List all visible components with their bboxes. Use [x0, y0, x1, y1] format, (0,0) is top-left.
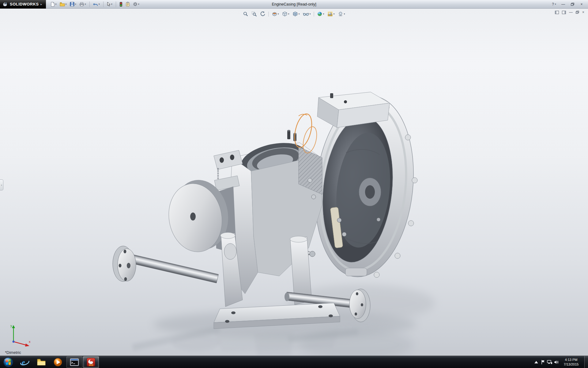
dropdown-caret-icon[interactable]: ▾ — [85, 3, 86, 6]
folder-icon — [37, 358, 46, 366]
doc-minimize-button[interactable]: — — [569, 10, 573, 14]
apply-scene-button[interactable]: ▾ — [326, 10, 336, 17]
new-window-button[interactable] — [562, 10, 566, 14]
show-desktop-button[interactable] — [584, 356, 588, 368]
file-properties-icon — [126, 2, 130, 6]
volume-speaker-icon — [554, 360, 559, 365]
model-canvas[interactable] — [0, 9, 588, 356]
zoom-to-fit-icon — [243, 11, 248, 17]
y-axis-label: y — [10, 324, 12, 328]
restore-icon — [571, 3, 574, 6]
view-settings-button[interactable]: ▾ — [337, 10, 346, 17]
section-view-icon — [272, 11, 277, 17]
print-button[interactable]: ▾ — [78, 1, 87, 8]
dropdown-caret-icon[interactable]: ▾ — [288, 13, 289, 15]
view-orientation-cube-icon — [282, 11, 287, 17]
rebuild-button[interactable] — [118, 1, 124, 8]
taskbar-windows-explorer[interactable] — [33, 356, 49, 368]
hidden-icons-arrow-icon — [534, 361, 538, 363]
taskbar-internet-explorer[interactable]: e — [17, 356, 33, 368]
dropdown-caret-icon[interactable]: ▾ — [55, 3, 57, 6]
zoom-to-area-button[interactable] — [250, 10, 258, 17]
x-axis-label: x — [29, 340, 31, 343]
taskbar-command-prompt[interactable] — [66, 356, 82, 368]
select-button[interactable]: ▾ — [106, 1, 114, 8]
start-button[interactable] — [0, 356, 17, 368]
zoom-to-fit-button[interactable] — [242, 10, 249, 17]
hidden-icons-button[interactable] — [533, 356, 540, 368]
view-orientation-button[interactable]: ▾ — [281, 10, 290, 17]
view-orientation-label: *Dimetric — [5, 350, 21, 355]
options-button[interactable]: ▾ — [132, 1, 141, 8]
dropdown-caret-icon[interactable]: ▾ — [309, 13, 311, 15]
solidworks-logo[interactable]: SOLIDWORKS ▸ — [0, 0, 46, 9]
tray-date: 7/13/2015 — [561, 362, 581, 366]
undo-arrow-icon — [93, 2, 98, 6]
task-pane-handle[interactable]: ‹ — [0, 179, 3, 190]
rebuild-traffic-icon — [119, 2, 123, 7]
mount-rod-left[interactable] — [113, 246, 218, 283]
open-button[interactable]: ▾ — [58, 1, 68, 8]
headsup-view-toolbar: ▾ ▾ ▾ ▾ ▾ — [242, 10, 346, 17]
hide-show-items-button[interactable]: ▾ — [302, 11, 312, 17]
panel-right-icon — [562, 11, 566, 14]
previous-view-button[interactable] — [259, 10, 266, 17]
properties-panel-button[interactable] — [555, 10, 559, 14]
toolbar-separator — [89, 2, 90, 7]
tray-clock[interactable]: 4:13 PM 7/13/2015 — [560, 358, 582, 366]
dropdown-caret-icon[interactable]: ▾ — [111, 3, 112, 6]
taskbar-media-player[interactable] — [50, 356, 66, 368]
document-window-controls: — × — [555, 10, 584, 14]
file-properties-button[interactable] — [124, 1, 131, 8]
zoom-to-area-icon — [251, 11, 257, 17]
dropdown-caret-icon[interactable]: ▾ — [334, 13, 335, 15]
options-gear-icon — [133, 2, 138, 6]
dropdown-caret-icon[interactable]: ▾ — [75, 3, 76, 6]
panel-left-icon — [555, 11, 559, 14]
doc-restore-button[interactable] — [576, 10, 579, 14]
tray-time: 4:13 PM — [561, 358, 581, 362]
close-button[interactable]: × — [577, 1, 586, 7]
dropdown-caret-icon[interactable]: ▾ — [323, 13, 324, 15]
dropdown-caret-icon: ▾ — [555, 3, 556, 6]
action-center-flag-icon — [541, 360, 545, 365]
display-style-button[interactable]: ▾ — [291, 10, 301, 17]
taskbar-solidworks[interactable]: 2015 — [83, 356, 99, 368]
toolbar-separator — [116, 2, 116, 7]
minimize-button[interactable]: — — [559, 1, 568, 7]
doc-close-button[interactable]: × — [582, 10, 584, 14]
dropdown-caret-icon[interactable]: ▾ — [99, 3, 100, 6]
graphics-viewport[interactable]: ▾ ▾ ▾ ▾ ▾ — [0, 9, 588, 356]
glasses-icon — [303, 12, 309, 16]
windows-start-orb-icon — [3, 357, 13, 367]
new-document-icon — [50, 2, 55, 7]
action-center-button[interactable] — [540, 356, 546, 368]
section-view-button[interactable]: ▾ — [270, 10, 280, 17]
brand-expand-icon[interactable]: ▸ — [41, 3, 42, 6]
edit-appearance-button[interactable]: ▾ — [316, 10, 326, 17]
toolbar-separator — [103, 2, 104, 7]
dropdown-caret-icon[interactable]: ▾ — [277, 13, 279, 15]
solidworks-icon: 2015 — [86, 358, 96, 367]
titlebar-controls: ?▾ — × — [549, 0, 588, 9]
dropdown-caret-icon[interactable]: ▾ — [344, 13, 345, 15]
maximize-button[interactable] — [568, 1, 577, 7]
solidworks-year-badge: 2015 — [89, 364, 93, 366]
volume-button[interactable] — [553, 356, 560, 368]
view-settings-icon — [338, 11, 343, 17]
dropdown-caret-icon[interactable]: ▾ — [66, 3, 67, 6]
network-button[interactable] — [546, 356, 553, 368]
undo-button[interactable]: ▾ — [92, 1, 101, 8]
internet-explorer-icon: e — [20, 358, 29, 367]
dropdown-caret-icon[interactable]: ▾ — [298, 13, 300, 15]
scene-ball-icon — [328, 11, 333, 17]
quick-access-toolbar: ▾ ▾ ▾ ▾ ▾ — [49, 1, 141, 8]
new-document-button[interactable]: ▾ — [49, 1, 58, 8]
coordinate-triad: y x — [7, 323, 32, 348]
previous-view-icon — [260, 11, 265, 17]
dropdown-caret-icon[interactable]: ▾ — [138, 3, 139, 6]
help-button[interactable]: ?▾ — [549, 1, 559, 7]
display-style-icon — [292, 11, 298, 17]
save-floppy-icon — [70, 2, 74, 6]
save-button[interactable]: ▾ — [69, 1, 77, 8]
